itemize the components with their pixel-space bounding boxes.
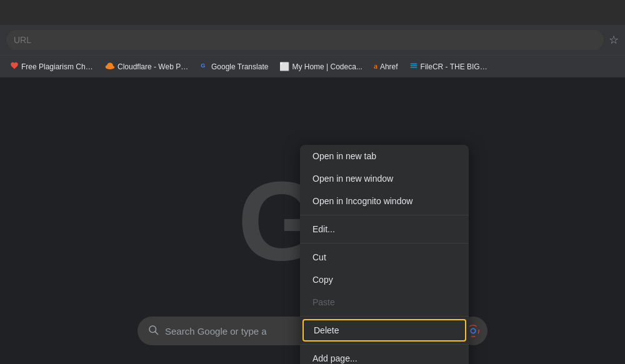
- ahref-label: Ahref: [380, 62, 398, 71]
- free-plagiarism-label: Free Plagiarism Che...: [21, 62, 94, 71]
- bookmark-item-filecr[interactable]: FileCR - THE BIGGES...: [404, 59, 498, 74]
- filecr-icon: [409, 61, 418, 72]
- bookmark-item-google-translate[interactable]: G Google Translate: [195, 59, 273, 74]
- main-content: G Search Google or type a: [0, 77, 625, 364]
- top-bar: [0, 0, 625, 25]
- url-input[interactable]: [6, 30, 604, 50]
- my-home-icon: ⬜: [279, 62, 289, 71]
- ahref-icon: a: [374, 62, 378, 71]
- context-menu-divider: [300, 215, 469, 215]
- bookmark-item-ahref[interactable]: aAhref: [369, 59, 403, 74]
- context-menu-divider: [300, 243, 469, 243]
- search-placeholder: Search Google or type a: [165, 326, 267, 337]
- cloudflare-label: Cloudflare - Web Pe...: [118, 62, 189, 71]
- context-menu-divider: [300, 316, 469, 317]
- context-menu-item-paste: Paste: [300, 291, 469, 313]
- star-icon[interactable]: ☆: [609, 33, 619, 47]
- context-menu-item-delete[interactable]: Delete: [302, 319, 466, 342]
- svg-line-8: [155, 332, 158, 334]
- context-menu: Open in new tabOpen in new windowOpen in…: [300, 145, 469, 364]
- svg-point-2: [106, 66, 109, 69]
- context-menu-item-open-new-tab[interactable]: Open in new tab: [300, 145, 469, 167]
- filecr-label: FileCR - THE BIGGES...: [421, 62, 493, 71]
- context-menu-item-edit[interactable]: Edit...: [300, 218, 469, 240]
- search-icon: [148, 324, 159, 338]
- url-bar-row: ☆: [0, 25, 625, 55]
- svg-rect-4: [410, 64, 417, 64]
- my-home-label: My Home | Codeca...: [292, 62, 362, 71]
- context-menu-item-copy[interactable]: Copy: [300, 268, 469, 291]
- svg-point-11: [471, 328, 475, 333]
- context-menu-item-open-incognito[interactable]: Open in Incognito window: [300, 190, 469, 212]
- google-translate-icon: G: [200, 61, 209, 72]
- cloudflare-icon: [105, 61, 115, 72]
- context-menu-divider: [300, 344, 469, 345]
- context-menu-item-add-page[interactable]: Add page...: [300, 347, 469, 364]
- free-plagiarism-icon: [10, 61, 19, 72]
- bookmark-item-cloudflare[interactable]: Cloudflare - Web Pe...: [100, 59, 194, 74]
- bookmarks-bar: Free Plagiarism Che...Cloudflare - Web P…: [0, 55, 625, 77]
- bookmark-item-my-home[interactable]: ⬜My Home | Codeca...: [274, 59, 368, 74]
- svg-text:G: G: [201, 62, 205, 69]
- context-menu-item-open-new-window[interactable]: Open in new window: [300, 167, 469, 190]
- google-translate-label: Google Translate: [211, 62, 268, 71]
- context-menu-item-cut[interactable]: Cut: [300, 246, 469, 268]
- svg-rect-6: [410, 67, 417, 67]
- svg-rect-5: [410, 65, 417, 66]
- bookmark-item-free-plagiarism[interactable]: Free Plagiarism Che...: [5, 59, 99, 74]
